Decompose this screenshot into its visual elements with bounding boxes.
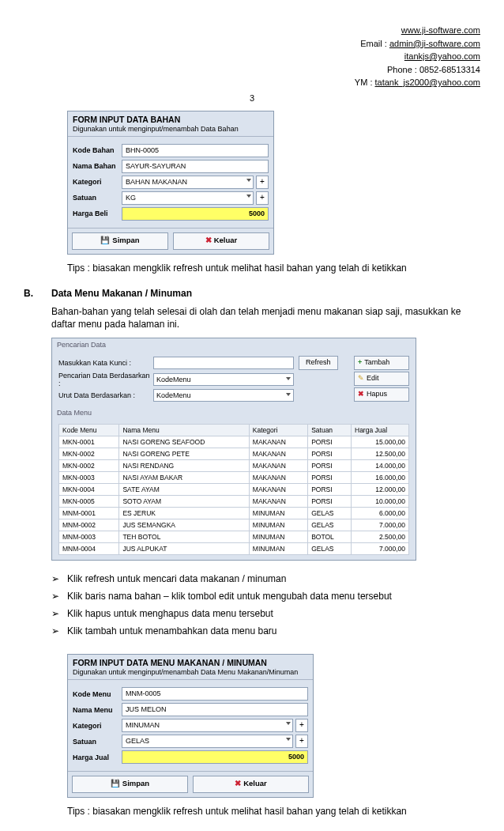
nama-menu-input[interactable]: JUS MELON bbox=[122, 703, 308, 716]
list-item: Klik tambah untuk menambahkan data menu … bbox=[51, 622, 480, 640]
table-cell: MKN-0002 bbox=[59, 448, 119, 460]
section-b-intro: Bahan-bahan yang telah selesai di olah d… bbox=[51, 305, 480, 332]
nama-bahan-input[interactable]: SAYUR-SAYURAN bbox=[122, 160, 269, 173]
table-row[interactable]: MKN-0004SATE AYAMMAKANANPORSI12.000,00 bbox=[59, 484, 409, 496]
table-cell: MKN-0005 bbox=[59, 496, 119, 508]
table-cell: 14.000,00 bbox=[352, 460, 409, 472]
table-row[interactable]: MKN-0005SOTO AYAMMAKANANPORSI10.000,00 bbox=[59, 496, 409, 508]
hapus-button[interactable]: ✖Hapus bbox=[354, 387, 409, 402]
table-cell: MINUMAN bbox=[249, 531, 307, 543]
keluar2-button[interactable]: ✖Keluar bbox=[193, 776, 309, 793]
data-menu-panel: Pencarian Data Masukkan Kata Kunci :Refr… bbox=[51, 338, 416, 561]
form2-subtitle: Digunakan untuk menginput/menambah Data … bbox=[68, 668, 313, 680]
table-cell: MKN-0004 bbox=[59, 484, 119, 496]
table-row[interactable]: MKN-0001NASI GORENG SEAFOODMAKANANPORSI1… bbox=[59, 436, 409, 448]
table-cell: MKN-0002 bbox=[59, 460, 119, 472]
satuan2-label: Satuan bbox=[73, 738, 122, 746]
table-cell: MINUMAN bbox=[249, 543, 307, 555]
table-header: Nama Menu bbox=[119, 425, 249, 436]
table-cell: GELAS bbox=[308, 543, 352, 555]
table-header: Kode Menu bbox=[59, 425, 119, 436]
table-cell: PORSI bbox=[308, 460, 352, 472]
kategori2-add-button[interactable]: + bbox=[295, 719, 308, 732]
table-cell: 6.000,00 bbox=[352, 508, 409, 519]
table-cell: MKN-0003 bbox=[59, 472, 119, 484]
table-cell: MAKANAN bbox=[249, 472, 307, 484]
satuan-add-button[interactable]: + bbox=[256, 191, 269, 205]
table-cell: MAKANAN bbox=[249, 484, 307, 496]
table-row[interactable]: MNM-0001ES JERUKMINUMANGELAS6.000,00 bbox=[59, 508, 409, 519]
table-header: Kategori bbox=[249, 425, 307, 436]
plus-icon: + bbox=[358, 358, 362, 366]
harga-jual-label: Harga Jual bbox=[73, 754, 122, 761]
table-cell: MNM-0003 bbox=[59, 531, 119, 543]
email-link[interactable]: admin@ji-software.com bbox=[389, 39, 480, 48]
table-row[interactable]: MNM-0004JUS ALPUKATMINUMANGELAS7.000,00 bbox=[59, 543, 409, 555]
kategori2-select[interactable]: MINUMAN bbox=[122, 719, 293, 732]
table-cell: TEH BOTOL bbox=[119, 531, 249, 543]
kategori-label: Kategori bbox=[73, 178, 122, 186]
berdasarkan-label: Pencarian Data Berdasarkan : bbox=[58, 372, 153, 387]
table-cell: JUS SEMANGKA bbox=[119, 519, 249, 531]
table-cell: MNM-0002 bbox=[59, 519, 119, 531]
table-cell: MAKANAN bbox=[249, 448, 307, 460]
simpan-button[interactable]: 💾Simpan bbox=[72, 232, 168, 250]
form1-title: FORM INPUT DATA BAHAN bbox=[68, 111, 273, 125]
urut-label: Urut Data Berdasarkan : bbox=[58, 391, 153, 399]
table-row[interactable]: MNM-0002JUS SEMANGKAMINUMANGELAS7.000,00 bbox=[59, 519, 409, 531]
instruction-list: Klik refresh untuk mencari data makanan … bbox=[51, 570, 480, 640]
table-row[interactable]: MKN-0002NASI RENDANGMAKANANPORSI14.000,0… bbox=[59, 460, 409, 472]
pencil-icon: ✎ bbox=[358, 374, 364, 382]
berdasarkan-select[interactable]: KodeMenu bbox=[153, 373, 294, 386]
table-cell: 15.000,00 bbox=[352, 436, 409, 448]
satuan-select[interactable]: KG bbox=[122, 191, 254, 205]
tambah-button[interactable]: +Tambah bbox=[354, 356, 409, 370]
table-cell: GELAS bbox=[308, 519, 352, 531]
kata-kunci-input[interactable] bbox=[153, 357, 294, 369]
edit-button[interactable]: ✎Edit bbox=[354, 372, 409, 386]
site-link[interactable]: www.ji-software.com bbox=[401, 25, 480, 35]
table-cell: BOTOL bbox=[308, 531, 352, 543]
keluar-button[interactable]: ✖Keluar bbox=[173, 232, 269, 250]
table-row[interactable]: MNM-0003TEH BOTOLMINUMANBOTOL2.500,00 bbox=[59, 531, 409, 543]
kata-kunci-label: Masukkan Kata Kunci : bbox=[58, 359, 153, 367]
save-icon: 💾 bbox=[100, 236, 110, 244]
table-cell: 10.000,00 bbox=[352, 496, 409, 508]
table-cell: PORSI bbox=[308, 496, 352, 508]
table-cell: JUS ALPUKAT bbox=[119, 543, 249, 555]
pencarian-section-label: Pencarian Data bbox=[52, 338, 416, 351]
email2-link[interactable]: itankjs@yahoo.com bbox=[404, 51, 480, 61]
table-cell: SOTO AYAM bbox=[119, 496, 249, 508]
form-input-data-menu: FORM INPUT DATA MENU MAKANAN / MINUMAN D… bbox=[67, 654, 314, 798]
table-row[interactable]: MKN-0003NASI AYAM BAKARMAKANANPORSI16.00… bbox=[59, 472, 409, 484]
table-cell: PORSI bbox=[308, 448, 352, 460]
harga-jual-input[interactable]: 5000 bbox=[122, 750, 308, 764]
kategori-add-button[interactable]: + bbox=[256, 176, 269, 189]
ym-link[interactable]: tatank_js2000@yahoo.com bbox=[375, 77, 480, 87]
kategori2-label: Kategori bbox=[73, 722, 122, 730]
table-cell: 12.500,00 bbox=[352, 448, 409, 460]
table-cell: NASI AYAM BAKAR bbox=[119, 472, 249, 484]
urut-select[interactable]: KodeMenu bbox=[153, 389, 294, 402]
kode-bahan-input[interactable]: BHN-0005 bbox=[122, 144, 269, 157]
refresh-button[interactable]: Refresh bbox=[299, 356, 338, 370]
table-cell: MNM-0001 bbox=[59, 508, 119, 519]
table-cell: SATE AYAM bbox=[119, 484, 249, 496]
nama-menu-label: Nama Menu bbox=[73, 706, 122, 714]
table-cell: MINUMAN bbox=[249, 519, 307, 531]
satuan2-add-button[interactable]: + bbox=[295, 735, 308, 748]
list-item: Klik hapus untuk menghapus data menu ter… bbox=[51, 605, 480, 622]
tips-1: Tips : biasakan mengklik refresh untuk m… bbox=[67, 263, 480, 274]
harga-beli-label: Harga Beli bbox=[73, 210, 122, 217]
harga-beli-input[interactable]: 5000 bbox=[122, 207, 269, 221]
simpan2-button[interactable]: 💾Simpan bbox=[72, 776, 188, 793]
table-row[interactable]: MKN-0002NASI GORENG PETEMAKANANPORSI12.5… bbox=[59, 448, 409, 460]
table-cell: MKN-0001 bbox=[59, 436, 119, 448]
kategori-select[interactable]: BAHAN MAKANAN bbox=[122, 176, 254, 189]
form1-subtitle: Digunakan untuk menginput/menambah Data … bbox=[68, 125, 273, 137]
section-b-letter: B. bbox=[24, 288, 51, 832]
table-cell: 12.000,00 bbox=[352, 484, 409, 496]
kode-menu-input[interactable]: MNM-0005 bbox=[122, 687, 308, 701]
satuan2-select[interactable]: GELAS bbox=[122, 735, 293, 748]
section-b-title: Data Menu Makanan / Minuman bbox=[51, 288, 480, 299]
